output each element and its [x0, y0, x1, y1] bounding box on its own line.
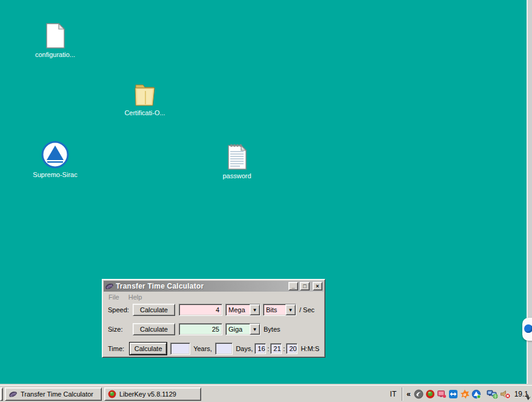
speed-row: Speed: Calculate 4 Mega ▼ Bits ▼ / Sec [108, 304, 319, 316]
mouse-cursor [524, 392, 531, 401]
taskbar: Transfer Time Calculator LiberKey v5.8.1… [0, 385, 532, 402]
desktop-icon-supremo[interactable]: Supremo-Sirac [30, 141, 81, 179]
desktop: { "desktop": { "background_color": "#00A… [0, 0, 532, 402]
hours-input[interactable]: 16 [254, 343, 266, 354]
speed-magnitude-value: Mega [226, 304, 250, 315]
time-separator: : [267, 345, 269, 352]
liberkey-tray-icon[interactable] [425, 389, 435, 399]
supremo-icon [41, 141, 69, 169]
time-row: Time: Calculate Years, Days, 16 : 21 : 2… [108, 343, 319, 355]
desktop-icon-certificati[interactable]: Certificati-O... [119, 80, 170, 117]
time-label: Time: [108, 345, 130, 352]
years-input[interactable] [170, 343, 190, 355]
speed-calculate-button[interactable]: Calculate [133, 304, 175, 316]
desktop-icon-password[interactable]: password [211, 143, 262, 180]
size-row: Size: Calculate 25 Giga ▼ Bytes [108, 323, 319, 335]
desktop-icon-label: Certificati-O... [119, 109, 170, 117]
chevron-down-icon[interactable]: ▼ [250, 304, 260, 315]
menu-help[interactable]: Help [128, 293, 142, 301]
size-value-input[interactable]: 25 [179, 323, 222, 335]
size-suffix: Bytes [264, 326, 281, 333]
tray-icons: « a [405, 389, 511, 399]
time-separator: : [283, 345, 285, 352]
fan-shell-icon [8, 390, 18, 398]
speed-value-input[interactable]: 4 [179, 304, 222, 316]
size-magnitude-select[interactable]: Giga ▼ [225, 323, 261, 335]
size-magnitude-value: Giga [226, 324, 250, 335]
language-indicator[interactable]: IT [387, 389, 400, 400]
tray-overflow-chevron[interactable]: « [405, 390, 412, 398]
taskbar-edge-handle[interactable] [0, 387, 3, 401]
docked-panel-tab[interactable] [522, 318, 532, 341]
desktop-icon-label: password [211, 172, 262, 180]
remote-monitor-icon[interactable] [437, 389, 447, 399]
close-button[interactable]: × [313, 282, 322, 290]
system-tray: IT « [387, 387, 531, 401]
size-label: Size: [108, 326, 133, 333]
speed-suffix: / Sec [299, 306, 314, 313]
document-icon [45, 23, 65, 49]
docked-app-icon [524, 324, 532, 333]
window-title: Transfer Time Calculator [116, 282, 287, 290]
transfer-time-calculator-window: Transfer Time Calculator _ □ × File Help… [102, 279, 325, 358]
speed-unit-value: Bits [264, 304, 285, 315]
window-titlebar[interactable]: Transfer Time Calculator _ □ × [104, 281, 324, 292]
tray-divider [402, 387, 403, 401]
minimize-button[interactable]: _ [288, 282, 298, 290]
network-icon[interactable] [487, 389, 498, 399]
chevron-down-icon[interactable]: ▼ [250, 324, 260, 335]
seconds-input[interactable]: 20 [286, 343, 298, 354]
speed-label: Speed: [108, 306, 133, 313]
maximize-button[interactable]: □ [300, 282, 310, 290]
minutes-input[interactable]: 21 [270, 343, 282, 354]
desktop-icon-label: configuratio... [30, 51, 81, 59]
menu-file[interactable]: File [108, 293, 119, 301]
size-calculate-button[interactable]: Calculate [133, 323, 175, 335]
days-input[interactable] [215, 343, 233, 355]
desktop-icon-label: Supremo-Sirac [30, 171, 81, 179]
supremo-tray-icon[interactable] [471, 389, 481, 399]
taskbar-button-label: LiberKey v5.8.1129 [119, 390, 176, 398]
app-fan-icon [105, 283, 114, 290]
years-label: Years, [193, 345, 212, 352]
taskbar-button-label: Transfer Time Calculator [21, 390, 93, 398]
notepad-icon [227, 143, 247, 170]
menu-bar: File Help [104, 292, 324, 302]
gray-orb-icon[interactable] [414, 389, 424, 399]
time-calculate-button[interactable]: Calculate [130, 343, 167, 355]
chevron-down-icon[interactable]: ▼ [285, 304, 296, 315]
taskbar-button-liberkey[interactable]: LiberKey v5.8.1129 [104, 387, 201, 401]
liberkey-orb-icon [108, 390, 116, 398]
volume-muted-icon[interactable] [500, 389, 511, 399]
desktop-icon-configuration[interactable]: configuratio... [30, 23, 81, 59]
speed-magnitude-select[interactable]: Mega ▼ [225, 304, 261, 316]
time-suffix: H:M:S [301, 345, 319, 352]
avast-icon[interactable]: a [460, 389, 470, 399]
teamviewer-icon[interactable] [448, 389, 458, 399]
folder-icon [132, 80, 158, 107]
taskbar-button-transfer-time-calculator[interactable]: Transfer Time Calculator [5, 387, 102, 401]
speed-unit-select[interactable]: Bits ▼ [263, 304, 296, 316]
days-label: Days, [236, 345, 253, 352]
